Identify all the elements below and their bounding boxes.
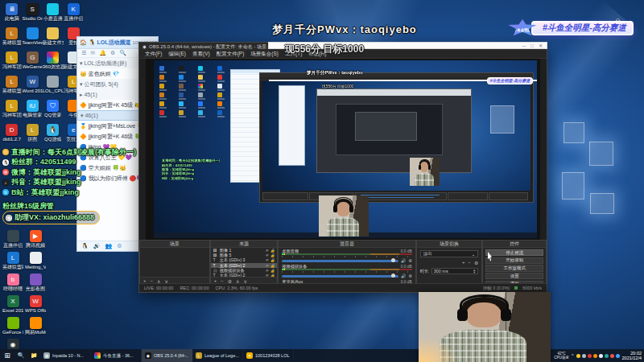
cpu-temp-widget[interactable]: 42°C CPU温度 xyxy=(554,352,569,360)
tray-icon[interactable] xyxy=(605,354,609,358)
gear-icon[interactable]: ⚙ xyxy=(408,274,411,278)
desktop-icon[interactable]: 网易MuMu xyxy=(24,317,47,339)
transition-select[interactable]: 淡出 ⌄ xyxy=(420,250,479,257)
eye-icon[interactable]: 👁 xyxy=(265,264,269,268)
tray-icon[interactable] xyxy=(599,354,603,358)
taskbar-app-button[interactable]: ◉ OBS 25.0.4 (64-... xyxy=(142,349,192,362)
desktop-icon[interactable]: S Studio One xyxy=(23,3,43,27)
window-control-icon[interactable]: ─ xyxy=(522,43,526,48)
qq-toolbar-icon[interactable]: ✉ xyxy=(90,50,95,56)
lock-icon[interactable]: 🔒 xyxy=(270,269,275,273)
transition-toolbar-button[interactable]: + xyxy=(462,260,465,265)
tray-icon[interactable] xyxy=(593,354,597,358)
obs-window[interactable]: OBS 25.0.4 (64-bit, windows) - 配置文件: 未命名… xyxy=(138,42,547,293)
obs-menu-item[interactable]: 编辑(E) xyxy=(168,51,186,58)
desktop-icon[interactable]: 🖥 此电脑 xyxy=(2,3,23,27)
mixer-header[interactable]: 混音器 xyxy=(279,241,415,248)
desktop-icon[interactable]: b 哔哩哔哩 xyxy=(2,274,24,295)
desktop-icon[interactable]: GeForce Experience xyxy=(2,317,24,339)
lock-icon[interactable]: 🔒 xyxy=(270,253,275,257)
qq-toolbar-icon[interactable]: 🔔 xyxy=(99,50,106,56)
desktop-icon[interactable]: D didi1.2.7 xyxy=(2,124,23,148)
eye-icon[interactable]: 👁 xyxy=(265,258,269,262)
desktop-icon[interactable]: L 英雄联盟助手 xyxy=(2,252,24,274)
gear-icon[interactable]: ⚙ xyxy=(408,258,411,263)
start-button[interactable]: ⊞ xyxy=(0,352,14,360)
qq-toolbar-icon[interactable]: ⚙ xyxy=(110,50,115,56)
taskbar-clock[interactable]: 20:02 2021/12/4 xyxy=(622,351,642,361)
speaker-icon[interactable]: 🔊 xyxy=(401,258,406,263)
taskbar-app-button[interactable]: 斗鱼直播 - 36... xyxy=(91,349,142,362)
transition-toolbar-button[interactable]: ⚙ xyxy=(474,260,478,265)
taskbar-app-button[interactable]: ✦ 1001234028 LOL... xyxy=(243,349,294,362)
control-button[interactable]: 设置 xyxy=(485,273,543,279)
desktop-icon[interactable]: LOL_CPL xyxy=(43,76,64,100)
obs-menu-item[interactable]: 查看(V) xyxy=(192,51,210,58)
desktop-icon[interactable]: W Word 2013 xyxy=(23,76,43,100)
transition-toolbar-button[interactable]: − xyxy=(468,260,471,265)
transition-header[interactable]: 场景切换 xyxy=(417,241,482,248)
window-control-icon[interactable]: □ xyxy=(530,43,534,48)
qq-footer-icon[interactable]: ⚙ xyxy=(117,243,122,249)
home-icon[interactable]: 🏠 xyxy=(80,39,87,46)
desktop-icon[interactable]: iU 电脑管家 xyxy=(23,100,43,124)
obs-menu-item[interactable]: 场景集合(S) xyxy=(250,51,279,58)
obs-preview[interactable]: 直播时间：每天6点到凌晨(有事除外一)粉丝群：420511499微博：英雄联盟j… xyxy=(146,59,540,240)
desktop-icon[interactable]: 🛡 QQ管家 xyxy=(43,100,64,124)
spinner-arrows-icon[interactable]: ▲▼ xyxy=(473,269,476,274)
slider-knob[interactable] xyxy=(391,274,395,278)
sources-header[interactable]: 来源 xyxy=(211,241,278,248)
explorer-icon[interactable]: 📁 xyxy=(27,352,40,359)
lock-icon[interactable]: 🔒 xyxy=(270,249,275,253)
volume-slider[interactable] xyxy=(282,260,398,262)
tray-expand-caret[interactable]: ^ xyxy=(572,353,574,358)
obs-menu-item[interactable]: 文件(F) xyxy=(145,51,162,58)
tray-icon[interactable] xyxy=(582,354,586,358)
desktop-icon[interactable]: TeamViewer xyxy=(23,27,43,51)
desktop-icon[interactable]: K 直播伴侣 xyxy=(64,3,85,27)
speaker-icon[interactable]: 🔊 xyxy=(401,274,406,278)
desktop-icon[interactable]: Meiting_V... xyxy=(24,252,47,274)
scenes-header[interactable]: 场景 xyxy=(140,241,209,248)
qq-footer-icon[interactable]: 🔊 xyxy=(93,243,101,249)
qq-toolbar-icon[interactable]: ☰ xyxy=(81,50,86,56)
desktop-icon[interactable]: 直播伴侣 xyxy=(2,230,24,252)
tray-icon[interactable] xyxy=(610,354,614,358)
desktop-icon[interactable]: X Excel 2013 xyxy=(2,295,24,317)
duration-stepper[interactable]: 300 ms ▲▼ xyxy=(431,268,479,274)
desktop-icon[interactable]: G WeGame xyxy=(23,51,43,76)
desktop-icon[interactable]: 小鹿直播 xyxy=(43,3,64,27)
desktop-icon[interactable]: W WPS Office xyxy=(24,295,47,317)
eye-icon[interactable]: 👁 xyxy=(265,249,269,253)
desktop-icon[interactable]: 新建文件夹 xyxy=(43,27,64,51)
slider-knob[interactable] xyxy=(391,258,395,262)
desktop-icon[interactable]: ▶ 腾讯视频 xyxy=(24,230,47,252)
desktop-icon[interactable]: L 拼图 xyxy=(23,124,43,148)
desktop-icon[interactable]: L 英雄联盟 xyxy=(2,27,23,51)
qq-footer-icon[interactable]: 🐧 xyxy=(81,243,89,249)
desktop-icon[interactable]: 光影看图 xyxy=(24,274,47,295)
control-button[interactable]: 停止推流 xyxy=(485,249,543,256)
lock-icon[interactable]: 🔒 xyxy=(270,264,275,268)
qq-footer-icon[interactable]: 👥 xyxy=(105,243,112,249)
tray-icon[interactable] xyxy=(616,354,620,358)
desktop-icon[interactable]: 🐧 QQ游戏 xyxy=(43,124,64,148)
tray-icon[interactable] xyxy=(576,354,580,358)
search-icon[interactable]: 🔍 xyxy=(14,352,27,359)
eye-icon[interactable]: 👁 xyxy=(265,269,269,273)
tray-icon[interactable] xyxy=(588,354,592,358)
obs-menu-item[interactable]: 配置文件(P) xyxy=(217,51,245,58)
lock-icon[interactable]: 🔒 xyxy=(270,258,275,262)
qq-toolbar-icon[interactable]: 🔍 xyxy=(119,50,126,56)
desktop-icon[interactable]: L 冯神军团 xyxy=(2,100,23,124)
taskbar-app-button[interactable]: ▦ Inpaida 10 - N... xyxy=(40,349,91,362)
volume-slider[interactable] xyxy=(282,275,398,278)
control-button[interactable]: 开始录制 xyxy=(485,257,543,264)
desktop-icon[interactable]: L 英雄联盟 xyxy=(2,76,23,100)
desktop-icon[interactable]: 360浏览器 xyxy=(43,51,64,76)
eye-icon[interactable]: 👁 xyxy=(265,253,269,257)
control-button[interactable]: 工作室模式 xyxy=(485,265,543,271)
window-control-icon[interactable]: ✕ xyxy=(539,43,543,48)
taskbar-app-button[interactable]: L League of Lege... xyxy=(192,349,243,362)
controls-header[interactable]: 控件 xyxy=(483,241,546,248)
